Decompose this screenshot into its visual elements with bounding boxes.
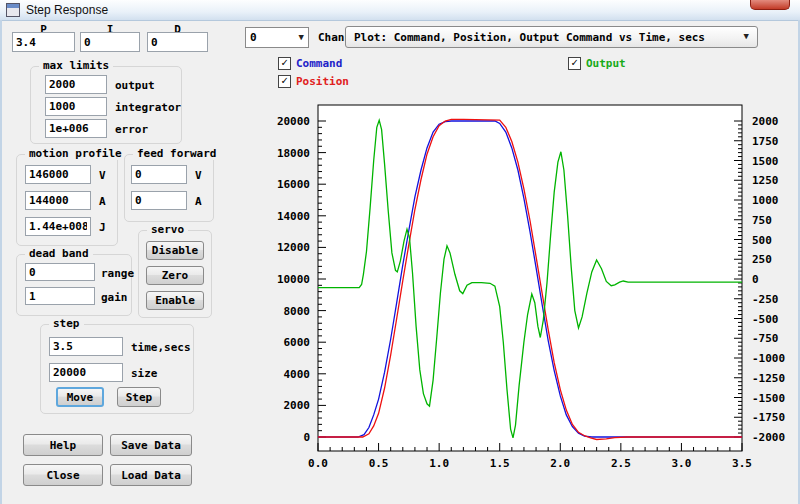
- max-limits-group: max limits output integrator error: [30, 66, 182, 144]
- max-output-label: output: [115, 79, 155, 92]
- svg-text:-1250: -1250: [752, 372, 785, 385]
- svg-text:16000: 16000: [277, 178, 310, 191]
- svg-text:0: 0: [752, 273, 759, 286]
- svg-text:-1500: -1500: [752, 392, 785, 405]
- d-field[interactable]: [147, 32, 208, 52]
- svg-text:20000: 20000: [277, 115, 310, 128]
- profile-v-field[interactable]: [25, 165, 91, 184]
- profile-j-label: J: [99, 221, 106, 234]
- max-integrator-label: integrator: [115, 101, 181, 114]
- servo-title: servo: [147, 223, 188, 236]
- help-button[interactable]: Help: [23, 434, 103, 456]
- deadband-range-field[interactable]: [25, 263, 95, 281]
- svg-text:0: 0: [303, 431, 310, 444]
- motion-profile-title: motion profile: [25, 147, 126, 160]
- p-field[interactable]: [12, 32, 75, 52]
- chevron-down-icon: ▼: [744, 31, 749, 41]
- dead-band-group: dead band range gain: [16, 254, 132, 316]
- plot-canvas: 0200040006000800010000120001400016000180…: [255, 95, 800, 495]
- close-window-button[interactable]: [750, 0, 790, 10]
- deadband-gain-field[interactable]: [25, 287, 95, 305]
- step-time-label: time,secs: [131, 341, 191, 354]
- feed-forward-title: feed forward: [133, 147, 220, 160]
- profile-a-label: A: [99, 195, 106, 208]
- svg-text:14000: 14000: [277, 210, 310, 223]
- svg-text:1500: 1500: [752, 155, 779, 168]
- step-group: step time,secs size Move Step: [40, 324, 194, 414]
- load-data-button[interactable]: Load Data: [110, 464, 192, 486]
- profile-j-field[interactable]: [25, 217, 91, 236]
- max-error-field[interactable]: [45, 119, 107, 138]
- plot-type-value: Plot: Command, Position, Output Command …: [346, 31, 705, 44]
- svg-text:8000: 8000: [284, 305, 311, 318]
- svg-text:250: 250: [752, 253, 772, 266]
- servo-zero-button[interactable]: Zero: [146, 266, 204, 285]
- chevron-down-icon: ▼: [299, 32, 304, 42]
- svg-text:1750: 1750: [752, 135, 779, 148]
- deadband-range-label: range: [101, 267, 134, 280]
- max-output-field[interactable]: [45, 75, 107, 94]
- max-integrator-field[interactable]: [45, 97, 107, 116]
- servo-group: servo Disable Zero Enable: [138, 230, 212, 318]
- servo-disable-button[interactable]: Disable: [146, 241, 204, 260]
- title-bar: Step Response: [0, 0, 800, 21]
- svg-text:2000: 2000: [752, 115, 779, 128]
- svg-text:18000: 18000: [277, 147, 310, 160]
- svg-text:1250: 1250: [752, 174, 779, 187]
- svg-text:-750: -750: [752, 332, 779, 345]
- ff-v-field[interactable]: [131, 165, 187, 184]
- svg-text:6000: 6000: [284, 336, 311, 349]
- plot-svg: 0200040006000800010000120001400016000180…: [255, 95, 800, 495]
- svg-text:0.5: 0.5: [369, 457, 389, 470]
- svg-text:2.0: 2.0: [550, 457, 570, 470]
- output-checkbox[interactable]: ✓: [568, 57, 581, 70]
- step-title: step: [49, 317, 84, 330]
- svg-text:1.0: 1.0: [429, 457, 449, 470]
- window-border-left: [0, 20, 2, 504]
- step-button[interactable]: Step: [117, 387, 161, 407]
- servo-enable-button[interactable]: Enable: [146, 291, 204, 310]
- svg-text:2000: 2000: [284, 399, 311, 412]
- plot-type-select[interactable]: Plot: Command, Position, Output Command …: [345, 26, 758, 48]
- i-field[interactable]: [80, 32, 140, 52]
- svg-text:-2000: -2000: [752, 431, 785, 444]
- ff-v-label: V: [195, 169, 202, 182]
- feed-forward-group: feed forward V A: [124, 154, 214, 222]
- svg-text:3.0: 3.0: [671, 457, 691, 470]
- window-title: Step Response: [26, 3, 108, 17]
- position-checkbox[interactable]: ✓: [278, 75, 291, 88]
- profile-v-label: V: [99, 169, 106, 182]
- svg-text:-1750: -1750: [752, 411, 785, 424]
- svg-text:0.0: 0.0: [308, 457, 328, 470]
- move-button[interactable]: Move: [56, 387, 104, 407]
- step-size-field[interactable]: [49, 363, 123, 382]
- deadband-gain-label: gain: [101, 291, 128, 304]
- svg-text:10000: 10000: [277, 273, 310, 286]
- svg-text:-500: -500: [752, 313, 779, 326]
- step-time-field[interactable]: [49, 337, 123, 356]
- ff-a-field[interactable]: [131, 191, 187, 210]
- max-error-label: error: [115, 123, 148, 136]
- svg-text:2.5: 2.5: [611, 457, 631, 470]
- profile-a-field[interactable]: [25, 191, 91, 210]
- channel-value: 0: [246, 31, 257, 44]
- save-data-button[interactable]: Save Data: [110, 434, 192, 456]
- svg-text:1.5: 1.5: [490, 457, 510, 470]
- position-checkbox-label: Position: [296, 75, 349, 88]
- svg-text:12000: 12000: [277, 241, 310, 254]
- svg-text:750: 750: [752, 214, 772, 227]
- ff-a-label: A: [195, 195, 202, 208]
- close-button[interactable]: Close: [23, 464, 103, 486]
- dead-band-title: dead band: [25, 247, 93, 260]
- step-response-window: { "window": {"title": "Step Response"}, …: [0, 0, 800, 504]
- svg-text:-1000: -1000: [752, 352, 785, 365]
- max-limits-title: max limits: [39, 59, 113, 72]
- motion-profile-group: motion profile V A J: [16, 154, 118, 246]
- app-icon: [6, 3, 20, 17]
- channel-select[interactable]: 0 ▼: [245, 27, 309, 48]
- output-checkbox-label: Output: [586, 57, 626, 70]
- svg-text:-250: -250: [752, 293, 779, 306]
- svg-text:500: 500: [752, 234, 772, 247]
- command-checkbox[interactable]: ✓: [278, 57, 291, 70]
- svg-text:1000: 1000: [752, 194, 779, 207]
